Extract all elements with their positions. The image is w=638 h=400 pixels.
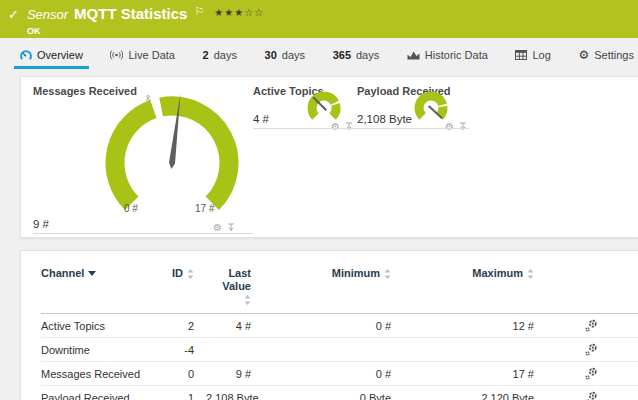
sensor-title: MQTT Statistics bbox=[74, 6, 187, 21]
tab-overview[interactable]: Overview bbox=[20, 38, 83, 72]
sort-icon bbox=[187, 269, 194, 279]
table-row: Messages Received 0 9 # 0 # 17 # bbox=[41, 362, 638, 386]
sensor-status: OK bbox=[27, 26, 264, 36]
sensor-kind-label: Sensor bbox=[27, 7, 68, 22]
tab-label: days bbox=[282, 49, 305, 61]
pin-icon[interactable] bbox=[345, 117, 353, 135]
sort-caret-icon bbox=[88, 271, 96, 276]
tab-label: Historic Data bbox=[425, 49, 488, 61]
gauge-value-payload-received: 2,108 Byte bbox=[357, 113, 412, 125]
channel-id: 0 bbox=[166, 368, 206, 380]
column-header-minimum[interactable]: Minimum bbox=[264, 267, 404, 280]
channel-id: -4 bbox=[166, 344, 206, 356]
tab-live-data[interactable]: Live Data bbox=[110, 38, 174, 72]
channel-maximum: 17 # bbox=[404, 368, 544, 380]
channel-maximum: 2,120 Byte bbox=[404, 392, 544, 400]
signal-icon bbox=[110, 50, 123, 60]
area-chart-icon bbox=[407, 50, 420, 60]
gear-icon[interactable]: ⚙ bbox=[213, 223, 222, 232]
table-row: Payload Received 1 2,108 Byte 0 Byte 2,1… bbox=[41, 386, 638, 400]
tab-settings[interactable]: ⚙ Settings bbox=[578, 38, 634, 72]
channel-settings-icon[interactable] bbox=[544, 319, 638, 333]
channel-last-value: 4 # bbox=[206, 320, 264, 332]
column-header-last-value[interactable]: Last Value bbox=[206, 267, 264, 305]
tab-30-days[interactable]: 30 days bbox=[265, 38, 306, 72]
gauge-value-active-topics: 4 # bbox=[253, 113, 269, 125]
gauge-icon bbox=[20, 50, 32, 61]
sort-icon bbox=[244, 295, 251, 305]
gauges-panel: Messages Received x̄ 0 # 17 # 9 # ⚙ Acti… bbox=[20, 76, 638, 238]
channel-name[interactable]: Downtime bbox=[41, 344, 166, 356]
tab-label: Settings bbox=[594, 49, 634, 61]
tab-label: Overview bbox=[37, 49, 83, 61]
gauge-value-messages-received: 9 # bbox=[33, 218, 49, 230]
tab-label: days bbox=[214, 49, 237, 61]
log-table-icon bbox=[515, 50, 527, 60]
sort-icon bbox=[384, 269, 391, 279]
tab-label: Log bbox=[532, 49, 550, 61]
sort-icon bbox=[527, 269, 534, 279]
divider bbox=[33, 233, 253, 234]
channel-minimum: 0 # bbox=[264, 368, 404, 380]
priority-stars[interactable]: ★★★☆☆ bbox=[214, 5, 264, 20]
channel-table-panel: Channel ID Last Value Minimum Maximum Ac… bbox=[20, 250, 638, 400]
tab-2-days[interactable]: 2 days bbox=[203, 38, 237, 72]
average-marker: x̄ bbox=[146, 93, 151, 103]
channel-minimum: 0 Byte bbox=[264, 392, 404, 400]
flag-icon: ⚐ bbox=[194, 4, 204, 19]
tab-label: days bbox=[356, 49, 379, 61]
channel-last-value: 2,108 Byte bbox=[206, 392, 264, 400]
channel-last-value: 9 # bbox=[206, 368, 264, 380]
table-header-row: Channel ID Last Value Minimum Maximum bbox=[41, 267, 638, 314]
channel-minimum: 0 # bbox=[264, 320, 404, 332]
gear-icon[interactable]: ⚙ bbox=[331, 122, 340, 131]
gear-icon: ⚙ bbox=[578, 50, 589, 60]
gear-icon[interactable]: ⚙ bbox=[445, 122, 454, 131]
column-header-channel[interactable]: Channel bbox=[41, 267, 166, 280]
divider bbox=[253, 128, 371, 129]
channel-maximum: 12 # bbox=[404, 320, 544, 332]
tab-label: Live Data bbox=[128, 49, 174, 61]
status-check-icon: ✓ bbox=[8, 7, 19, 36]
table-row: Downtime -4 bbox=[41, 338, 638, 362]
channel-name[interactable]: Payload Received bbox=[41, 392, 166, 400]
gauge-scale-max: 17 # bbox=[195, 203, 214, 214]
channel-settings-icon[interactable] bbox=[544, 391, 638, 400]
channel-id: 2 bbox=[166, 320, 206, 332]
channel-name[interactable]: Active Topics bbox=[41, 320, 166, 332]
gauge-scale-min: 0 # bbox=[124, 203, 138, 214]
channel-settings-icon[interactable] bbox=[544, 367, 638, 381]
channel-name[interactable]: Messages Received bbox=[41, 368, 166, 380]
column-header-maximum[interactable]: Maximum bbox=[404, 267, 544, 280]
tab-log[interactable]: Log bbox=[515, 38, 550, 72]
tab-365-days[interactable]: 365 days bbox=[333, 38, 380, 72]
channel-settings-icon[interactable] bbox=[544, 343, 638, 357]
sensor-header: ✓ Sensor MQTT Statistics ⚐ ★★★☆☆ OK bbox=[0, 0, 638, 38]
tab-historic-data[interactable]: Historic Data bbox=[407, 38, 488, 72]
table-row: Active Topics 2 4 # 0 # 12 # bbox=[41, 314, 638, 338]
divider bbox=[357, 128, 469, 129]
column-header-id[interactable]: ID bbox=[166, 267, 206, 280]
pin-icon[interactable] bbox=[459, 117, 467, 135]
channel-id: 1 bbox=[166, 392, 206, 400]
tab-bar: Overview Live Data 2 days 30 days 365 da… bbox=[0, 38, 638, 72]
